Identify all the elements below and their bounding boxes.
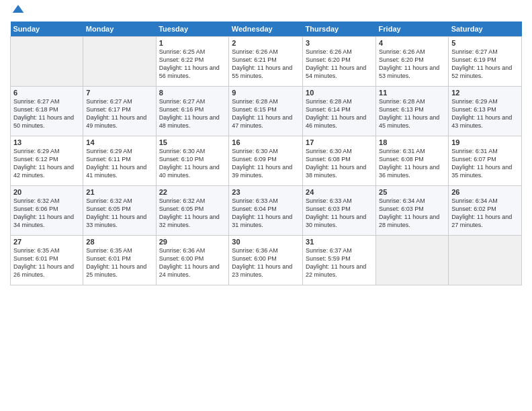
- calendar-cell: 16 Sunrise: 6:30 AMSunset: 6:09 PMDaylig…: [229, 136, 303, 186]
- day-info: Sunrise: 6:26 AMSunset: 6:20 PMDaylight:…: [306, 48, 373, 81]
- svg-marker-0: [13, 5, 24, 13]
- day-number: 24: [306, 188, 373, 196]
- weekday-header: Saturday: [449, 21, 522, 37]
- day-number: 25: [379, 188, 445, 196]
- day-info: Sunrise: 6:28 AMSunset: 6:13 PMDaylight:…: [379, 97, 445, 130]
- day-number: 27: [13, 238, 80, 246]
- day-info: Sunrise: 6:29 AMSunset: 6:13 PMDaylight:…: [451, 97, 519, 130]
- day-info: Sunrise: 6:28 AMSunset: 6:15 PMDaylight:…: [232, 97, 300, 130]
- calendar-cell: [83, 37, 156, 87]
- day-info: Sunrise: 6:32 AMSunset: 6:05 PMDaylight:…: [159, 197, 226, 230]
- day-info: Sunrise: 6:27 AMSunset: 6:16 PMDaylight:…: [159, 97, 226, 130]
- day-number: 18: [379, 138, 445, 146]
- logo: [10, 9, 25, 16]
- day-info: Sunrise: 6:35 AMSunset: 6:01 PMDaylight:…: [13, 246, 80, 279]
- day-info: Sunrise: 6:30 AMSunset: 6:10 PMDaylight:…: [159, 147, 226, 180]
- calendar-cell: 10 Sunrise: 6:28 AMSunset: 6:14 PMDaylig…: [303, 87, 376, 136]
- logo-icon: [11, 3, 25, 16]
- day-info: Sunrise: 6:26 AMSunset: 6:20 PMDaylight:…: [379, 48, 445, 81]
- calendar-cell: 21 Sunrise: 6:32 AMSunset: 6:05 PMDaylig…: [83, 186, 156, 236]
- calendar-cell: 19 Sunrise: 6:31 AMSunset: 6:07 PMDaylig…: [449, 136, 522, 186]
- day-number: 31: [306, 238, 373, 246]
- calendar: SundayMondayTuesdayWednesdayThursdayFrid…: [10, 21, 522, 285]
- day-number: 14: [86, 138, 152, 146]
- day-number: 16: [232, 138, 300, 146]
- day-info: Sunrise: 6:32 AMSunset: 6:05 PMDaylight:…: [86, 197, 152, 230]
- day-info: Sunrise: 6:35 AMSunset: 6:01 PMDaylight:…: [86, 246, 152, 279]
- calendar-cell: 27 Sunrise: 6:35 AMSunset: 6:01 PMDaylig…: [11, 236, 83, 285]
- day-info: Sunrise: 6:27 AMSunset: 6:19 PMDaylight:…: [451, 48, 519, 81]
- weekday-header: Thursday: [303, 21, 376, 37]
- day-number: 9: [232, 89, 300, 97]
- day-number: 2: [232, 39, 300, 47]
- calendar-week-row: 13 Sunrise: 6:29 AMSunset: 6:12 PMDaylig…: [11, 136, 522, 186]
- day-number: 11: [379, 89, 445, 97]
- day-number: 19: [451, 138, 519, 146]
- day-info: Sunrise: 6:26 AMSunset: 6:21 PMDaylight:…: [232, 48, 300, 81]
- day-number: 4: [379, 39, 445, 47]
- day-info: Sunrise: 6:30 AMSunset: 6:09 PMDaylight:…: [232, 147, 300, 180]
- day-info: Sunrise: 6:28 AMSunset: 6:14 PMDaylight:…: [306, 97, 373, 130]
- calendar-cell: [11, 37, 83, 87]
- calendar-cell: 11 Sunrise: 6:28 AMSunset: 6:13 PMDaylig…: [376, 87, 449, 136]
- calendar-cell: 29 Sunrise: 6:36 AMSunset: 6:00 PMDaylig…: [156, 236, 229, 285]
- day-info: Sunrise: 6:33 AMSunset: 6:04 PMDaylight:…: [232, 197, 300, 230]
- calendar-cell: 22 Sunrise: 6:32 AMSunset: 6:05 PMDaylig…: [156, 186, 229, 236]
- calendar-header-row: SundayMondayTuesdayWednesdayThursdayFrid…: [11, 21, 522, 37]
- calendar-cell: [449, 236, 522, 285]
- day-number: 26: [451, 188, 519, 196]
- day-info: Sunrise: 6:31 AMSunset: 6:07 PMDaylight:…: [451, 147, 519, 180]
- day-info: Sunrise: 6:31 AMSunset: 6:08 PMDaylight:…: [379, 147, 445, 180]
- calendar-cell: 5 Sunrise: 6:27 AMSunset: 6:19 PMDayligh…: [449, 37, 522, 87]
- day-info: Sunrise: 6:36 AMSunset: 6:00 PMDaylight:…: [232, 246, 300, 279]
- day-info: Sunrise: 6:29 AMSunset: 6:11 PMDaylight:…: [86, 147, 152, 180]
- day-info: Sunrise: 6:37 AMSunset: 5:59 PMDaylight:…: [306, 246, 373, 279]
- calendar-cell: 18 Sunrise: 6:31 AMSunset: 6:08 PMDaylig…: [376, 136, 449, 186]
- day-number: 28: [86, 238, 152, 246]
- weekday-header: Wednesday: [229, 21, 303, 37]
- day-number: 23: [232, 188, 300, 196]
- calendar-cell: 24 Sunrise: 6:33 AMSunset: 6:03 PMDaylig…: [303, 186, 376, 236]
- calendar-cell: 23 Sunrise: 6:33 AMSunset: 6:04 PMDaylig…: [229, 186, 303, 236]
- calendar-cell: 26 Sunrise: 6:34 AMSunset: 6:02 PMDaylig…: [449, 186, 522, 236]
- day-number: 10: [306, 89, 373, 97]
- day-number: 29: [159, 238, 226, 246]
- weekday-header: Friday: [376, 21, 449, 37]
- day-number: 3: [306, 39, 373, 47]
- day-number: 20: [13, 188, 80, 196]
- calendar-cell: 28 Sunrise: 6:35 AMSunset: 6:01 PMDaylig…: [83, 236, 156, 285]
- calendar-cell: 25 Sunrise: 6:34 AMSunset: 6:03 PMDaylig…: [376, 186, 449, 236]
- day-number: 6: [13, 89, 80, 97]
- day-number: 7: [86, 89, 152, 97]
- day-info: Sunrise: 6:27 AMSunset: 6:17 PMDaylight:…: [86, 97, 152, 130]
- day-number: 8: [159, 89, 226, 97]
- day-info: Sunrise: 6:27 AMSunset: 6:18 PMDaylight:…: [13, 97, 80, 130]
- calendar-cell: 3 Sunrise: 6:26 AMSunset: 6:20 PMDayligh…: [303, 37, 376, 87]
- calendar-cell: 8 Sunrise: 6:27 AMSunset: 6:16 PMDayligh…: [156, 87, 229, 136]
- header: [10, 7, 522, 16]
- calendar-cell: 30 Sunrise: 6:36 AMSunset: 6:00 PMDaylig…: [229, 236, 303, 285]
- calendar-cell: 1 Sunrise: 6:25 AMSunset: 6:22 PMDayligh…: [156, 37, 229, 87]
- day-number: 1: [159, 39, 226, 47]
- day-number: 30: [232, 238, 300, 246]
- calendar-cell: 14 Sunrise: 6:29 AMSunset: 6:11 PMDaylig…: [83, 136, 156, 186]
- day-info: Sunrise: 6:34 AMSunset: 6:02 PMDaylight:…: [451, 197, 519, 230]
- calendar-week-row: 27 Sunrise: 6:35 AMSunset: 6:01 PMDaylig…: [11, 236, 522, 285]
- day-info: Sunrise: 6:34 AMSunset: 6:03 PMDaylight:…: [379, 197, 445, 230]
- calendar-cell: 20 Sunrise: 6:32 AMSunset: 6:06 PMDaylig…: [11, 186, 83, 236]
- calendar-cell: 17 Sunrise: 6:30 AMSunset: 6:08 PMDaylig…: [303, 136, 376, 186]
- calendar-week-row: 1 Sunrise: 6:25 AMSunset: 6:22 PMDayligh…: [11, 37, 522, 87]
- calendar-cell: 2 Sunrise: 6:26 AMSunset: 6:21 PMDayligh…: [229, 37, 303, 87]
- day-number: 21: [86, 188, 152, 196]
- day-number: 17: [306, 138, 373, 146]
- day-info: Sunrise: 6:32 AMSunset: 6:06 PMDaylight:…: [13, 197, 80, 230]
- day-info: Sunrise: 6:36 AMSunset: 6:00 PMDaylight:…: [159, 246, 226, 279]
- weekday-header: Tuesday: [156, 21, 229, 37]
- calendar-cell: 13 Sunrise: 6:29 AMSunset: 6:12 PMDaylig…: [11, 136, 83, 186]
- calendar-cell: [376, 236, 449, 285]
- day-number: 5: [451, 39, 519, 47]
- calendar-cell: 4 Sunrise: 6:26 AMSunset: 6:20 PMDayligh…: [376, 37, 449, 87]
- page: SundayMondayTuesdayWednesdayThursdayFrid…: [0, 0, 532, 411]
- day-number: 22: [159, 188, 226, 196]
- calendar-cell: 9 Sunrise: 6:28 AMSunset: 6:15 PMDayligh…: [229, 87, 303, 136]
